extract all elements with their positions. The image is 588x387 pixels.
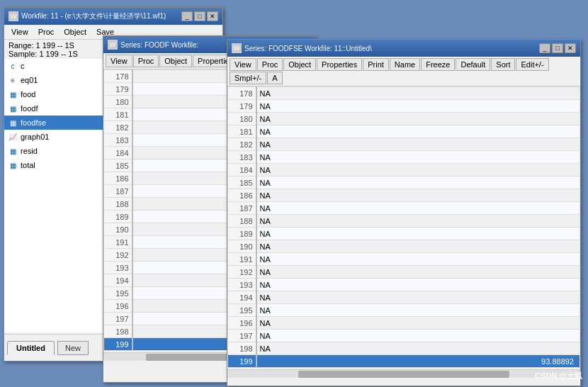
table-row[interactable]: 186NA [228, 189, 580, 202]
sidebar-item-food[interactable]: ▦ food [4, 87, 106, 101]
row-value: NA [256, 342, 580, 355]
row-index: 191 [228, 253, 256, 266]
row-value: NA [256, 138, 580, 151]
row-value: NA [256, 228, 580, 240]
new-tab-button[interactable]: New [57, 341, 89, 355]
row-index: 184 [228, 164, 256, 176]
row-index: 179 [228, 100, 256, 113]
row-value: NA [256, 100, 580, 113]
row-value: NA [256, 125, 580, 138]
foodfse-btn-a[interactable]: A [267, 72, 282, 84]
foodfse-toolbar: View Proc Object Properties Print Name F… [227, 57, 580, 86]
row-index: 181 [104, 108, 132, 121]
table-row[interactable]: 179NA [228, 100, 580, 113]
foodfse-maximize-button[interactable]: □ [552, 43, 563, 53]
table-row[interactable]: 197NA [228, 330, 580, 342]
maximize-button[interactable]: □ [194, 11, 205, 21]
row-index: 187 [228, 202, 256, 215]
close-button[interactable]: ✕ [207, 11, 218, 21]
table-row[interactable]: 195NA [228, 304, 580, 317]
foodfse-btn-name[interactable]: Name [390, 58, 420, 71]
foodfse-btn-edit[interactable]: Edit+/- [516, 58, 548, 71]
table-row[interactable]: 185NA [228, 176, 580, 189]
row-index: 195 [228, 304, 256, 317]
const-icon: c [7, 60, 18, 72]
sidebar-item-c[interactable]: c c [4, 59, 106, 73]
row-value: NA [256, 113, 580, 125]
row-value: NA [256, 176, 580, 189]
foodfse-btn-default[interactable]: Default [456, 58, 490, 71]
foodfse-btn-print[interactable]: Print [363, 58, 389, 71]
table-row[interactable]: 187NA [228, 202, 580, 215]
minimize-button[interactable]: _ [181, 11, 193, 21]
table-row[interactable]: 196NA [228, 317, 580, 330]
row-index: 183 [228, 151, 256, 164]
table-row[interactable]: 189NA [228, 228, 580, 240]
sidebar-label-food: food [21, 90, 35, 99]
sidebar-item-eq01[interactable]: ≡ eq01 [4, 73, 106, 87]
series-icon-foodf: ▦ [7, 103, 18, 114]
row-value: NA [256, 240, 580, 253]
foodfse-btn-freeze[interactable]: Freeze [421, 58, 455, 71]
foodfse-btn-object[interactable]: Object [283, 58, 316, 71]
row-index: 196 [104, 300, 132, 313]
sidebar-label-foodf: foodf [21, 104, 38, 113]
row-index: 182 [228, 138, 256, 151]
menu-view[interactable]: View [7, 26, 33, 38]
table-row[interactable]: 184NA [228, 164, 580, 176]
sidebar-item-total[interactable]: ▦ total [4, 158, 106, 172]
sidebar-item-foodf[interactable]: ▦ foodf [4, 101, 106, 116]
foodf-btn-object[interactable]: Object [159, 55, 192, 67]
foodfse-btn-proc[interactable]: Proc [257, 58, 283, 71]
table-row[interactable]: 178NA [228, 87, 580, 100]
foodfse-close-button[interactable]: ✕ [565, 43, 576, 53]
foodfse-btn-sort[interactable]: Sort [491, 58, 515, 71]
row-index: 186 [104, 172, 132, 185]
tab-untitled[interactable]: Untitled [7, 341, 55, 355]
sidebar-item-graph01[interactable]: 📈 graph01 [4, 130, 106, 144]
row-value: NA [256, 317, 580, 330]
row-index: 194 [104, 274, 132, 287]
row-index: 194 [228, 291, 256, 304]
sidebar-item-foodfse[interactable]: ▦ foodfse [4, 116, 106, 130]
table-row[interactable]: 193NA [228, 279, 580, 291]
sidebar-label-eq01: eq01 [21, 76, 38, 84]
sidebar-item-resid[interactable]: ▦ resid [4, 144, 106, 158]
foodfse-scrollbar[interactable] [227, 369, 580, 378]
foodfse-btn-properties[interactable]: Properties [317, 58, 362, 71]
foodfse-btn-smpl[interactable]: Smpl+/- [230, 72, 266, 84]
row-index: 197 [104, 313, 132, 325]
row-index: 182 [104, 121, 132, 134]
row-value: NA [256, 164, 580, 176]
foodf-btn-view[interactable]: View [106, 55, 132, 67]
table-row[interactable]: 194NA [228, 291, 580, 304]
sidebar-label-c: c [21, 62, 25, 70]
table-row[interactable]: 190NA [228, 240, 580, 253]
row-index: 178 [228, 87, 256, 100]
table-row[interactable]: 180NA [228, 113, 580, 125]
table-row[interactable]: 19993.88892 [228, 355, 580, 368]
foodf-btn-proc[interactable]: Proc [133, 55, 159, 67]
foodfse-minimize-button[interactable]: _ [539, 43, 550, 53]
row-index: 186 [228, 189, 256, 202]
title-controls: _ □ ✕ [181, 11, 218, 21]
sidebar-label-foodfse: foodfse [21, 118, 46, 127]
table-row[interactable]: 198NA [228, 342, 580, 355]
row-index: 197 [228, 330, 256, 342]
row-value: NA [256, 202, 580, 215]
foodfse-btn-view[interactable]: View [230, 58, 256, 71]
table-row[interactable]: 192NA [228, 266, 580, 279]
eq-icon: ≡ [7, 74, 18, 86]
menu-proc[interactable]: Proc [34, 26, 59, 38]
table-row[interactable]: 188NA [228, 215, 580, 228]
table-row[interactable]: 182NA [228, 138, 580, 151]
table-row[interactable]: 181NA [228, 125, 580, 138]
table-row[interactable]: 191NA [228, 253, 580, 266]
graph-icon: 📈 [7, 131, 18, 142]
menu-object[interactable]: Object [60, 26, 91, 38]
row-index: 185 [104, 159, 132, 172]
row-index: 181 [228, 125, 256, 138]
foodfse-data-container[interactable]: 178NA179NA180NA181NA182NA183NA184NA185NA… [227, 86, 580, 387]
row-value: NA [256, 266, 580, 279]
table-row[interactable]: 183NA [228, 151, 580, 164]
